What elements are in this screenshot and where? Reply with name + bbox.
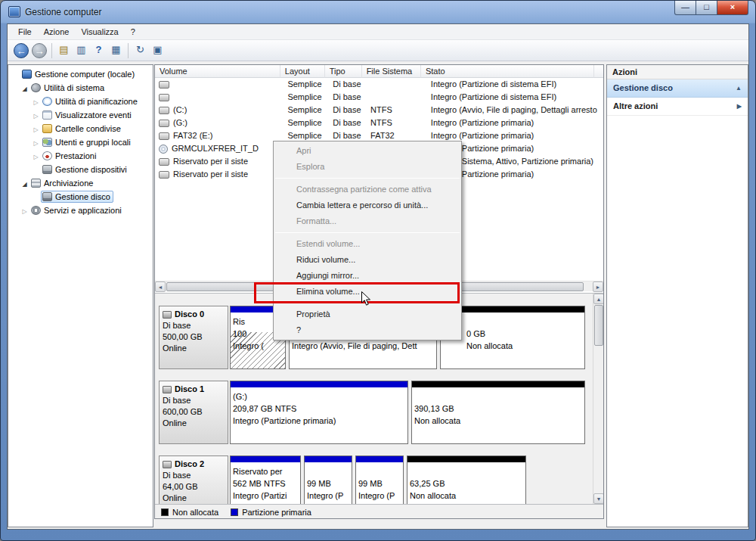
export-list-button[interactable]: ▥ [73, 42, 90, 59]
disk-label-0[interactable]: Disco 0Di base500,00 GBOnline [159, 306, 228, 369]
minimize-button[interactable]: — [674, 1, 696, 15]
event-viewer-icon [42, 110, 52, 120]
actions-list: Gestione disco▲Altre azioni▶ [607, 79, 748, 116]
disk-view-button[interactable]: ▣ [149, 42, 166, 59]
scroll-down-arrow-icon[interactable]: ▼ [593, 493, 603, 504]
volume-name: (C:) [173, 104, 187, 117]
tree-item-body: Archiviazione [29, 177, 96, 189]
close-button[interactable]: × [717, 1, 748, 15]
collapsed-arrow-icon[interactable]: ▷ [31, 123, 41, 135]
collapsed-arrow-icon[interactable]: ▷ [20, 205, 29, 217]
menu-help[interactable]: ? [125, 24, 141, 40]
expanded-arrow-icon[interactable]: ◢ [20, 82, 29, 95]
menu-file[interactable]: File [12, 24, 38, 40]
tree-item-cartelle-condivise[interactable]: ▷Cartelle condivise [8, 122, 153, 135]
partitions-strip: Riservato per562 MB NTFSIntegro (Partizi… [230, 455, 526, 504]
collapsed-arrow-icon[interactable]: ▷ [31, 110, 41, 122]
disk-info-line: 64,00 GB [163, 481, 225, 493]
disk-label-2[interactable]: Disco 2Di base64,00 GBOnline [159, 455, 228, 504]
tree-item-gestione-computer-locale[interactable]: ▷Gestione computer (locale) [8, 67, 153, 81]
partition-1-1[interactable]: 390,13 GBNon allocata [411, 381, 585, 444]
context-menu-item-aggiungi-mirror[interactable]: Aggiungi mirror... [274, 268, 461, 284]
disk-icon [159, 107, 169, 114]
column-header-stato[interactable]: Stato [421, 65, 594, 78]
tree-item-gestione-disco[interactable]: ▷Gestione disco [8, 190, 153, 204]
maximize-button[interactable]: □ [696, 1, 717, 15]
tree-item-visualizzatore-eventi[interactable]: ▷Visualizzatore eventi [8, 108, 153, 122]
partition-2-1[interactable]: 99 MBIntegro (P [304, 455, 352, 504]
help-button[interactable]: ? [90, 42, 107, 59]
tree-item-body: Utenti e gruppi locali [41, 136, 134, 148]
disk-info-line: 500,00 GB [163, 331, 225, 343]
collapsed-arrow-icon[interactable]: ▷ [31, 96, 41, 108]
partition-color-band [441, 306, 584, 312]
menu-visualizza[interactable]: Visualizza [75, 24, 124, 40]
column-header-file-sistema[interactable]: File Sistema [362, 65, 421, 78]
forward-button[interactable]: → [32, 43, 47, 58]
partition-2-2[interactable]: 99 MBIntegro (P [355, 455, 404, 504]
menu-azione[interactable]: Azione [38, 24, 76, 40]
scroll-right-arrow-icon[interactable]: ► [593, 281, 603, 292]
disk-row-2: Disco 2Di base64,00 GBOnlineRiservato pe… [159, 455, 526, 504]
volume-row[interactable]: (G:)SempliceDi baseNTFSIntegro (Partizio… [155, 117, 603, 129]
context-menu-item-riduci-volume[interactable]: Riduci volume... [274, 252, 461, 268]
volume-cell-name [155, 91, 283, 104]
action-section-gestione-disco[interactable]: Gestione disco▲ [607, 79, 748, 98]
partition-text: 209,87 GB NTFS [231, 403, 407, 415]
chevron-right-icon[interactable]: ▶ [737, 98, 742, 115]
legend-color-swatch [231, 508, 238, 516]
context-menu-item-proprieta[interactable]: Proprietà [274, 306, 461, 322]
partition-1-0[interactable]: (G:)209,87 GB NTFSIntegro (Partizione pr… [230, 381, 408, 444]
partition-text: Non allocata [441, 340, 584, 352]
partition-2-0[interactable]: Riservato per562 MB NTFSIntegro (Partizi [230, 455, 301, 504]
disk-label-1[interactable]: Disco 1Di base600,00 GBOnline [159, 381, 228, 444]
system-tools-icon [31, 83, 41, 92]
volume-cell-name [155, 78, 283, 91]
expanded-arrow-icon[interactable]: ◢ [20, 178, 29, 190]
context-menu-item-estendi-volume: Estendi volume... [274, 236, 461, 252]
actions-panel-title: Azioni [607, 65, 748, 79]
volume-row[interactable]: SempliceDi baseIntegro (Partizione di si… [155, 78, 603, 91]
show-action-pane-button[interactable]: ▦ [107, 42, 125, 59]
partition-2-3[interactable]: 63,25 GBNon allocata [407, 455, 526, 504]
partition-body: (G:)209,87 GB NTFSIntegro (Partizione pr… [231, 387, 407, 443]
tree-item-gestione-dispositivi[interactable]: ▷Gestione dispositivi [8, 163, 153, 176]
scroll-left-arrow-icon[interactable]: ◄ [155, 281, 166, 292]
vertical-scrollbar[interactable]: ▲ ▼ [593, 294, 603, 504]
disk-management-icon [42, 192, 52, 201]
partition-text: Riservato per [231, 465, 300, 477]
volume-cell-fs: NTFS [366, 117, 426, 129]
disk-info-line: 600,00 GB [163, 406, 225, 418]
action-section-altre-azioni[interactable]: Altre azioni▶ [607, 98, 748, 116]
tree-item-body: Visualizzatore eventi [41, 109, 135, 121]
column-header-tipo[interactable]: Tipo [325, 65, 362, 78]
collapsed-arrow-icon[interactable]: ▷ [31, 137, 41, 149]
tree-item-servizi-e-applicazioni[interactable]: ▷Servizi e applicazioni [8, 204, 153, 217]
column-header-volume[interactable]: Volume [155, 65, 280, 78]
tree-item-body: Cartelle condivise [41, 123, 124, 135]
show-console-tree-button[interactable]: ▤ [55, 42, 73, 59]
volume-name: GRMCULXFRER_IT_D [172, 142, 259, 155]
context-menu-item-cambia-lettera-e-percorso-di-unita[interactable]: Cambia lettera e percorso di unità... [274, 197, 461, 213]
tree-item-archiviazione[interactable]: ◢Archiviazione [8, 176, 153, 190]
disk-info-line: Online [163, 418, 225, 429]
vertical-scroll-thumb[interactable] [594, 305, 603, 346]
column-header-layout[interactable]: Layout [280, 65, 325, 78]
volume-cell-layout: Semplice [283, 78, 328, 91]
scroll-up-arrow-icon[interactable]: ▲ [593, 294, 603, 304]
tree-item-utenti-e-gruppi-locali[interactable]: ▷Utenti e gruppi locali [8, 135, 153, 149]
volume-row[interactable]: SempliceDi baseIntegro (Partizione di si… [155, 91, 603, 104]
volume-cell-fs [366, 91, 426, 104]
tree-item-utilita-di-pianificazione[interactable]: ▷Utilità di pianificazione [8, 95, 153, 108]
partition-text: 99 MB [305, 477, 352, 490]
chevron-up-icon[interactable]: ▲ [736, 79, 742, 97]
collapsed-arrow-icon[interactable]: ▷ [31, 151, 41, 163]
refresh-button[interactable]: ↻ [132, 42, 149, 59]
tree-item-utilita-di-sistema[interactable]: ◢Utilità di sistema [8, 81, 153, 95]
action-label: Gestione disco [613, 79, 673, 97]
tree-item-prestazioni[interactable]: ▷Prestazioni [8, 149, 153, 163]
volume-row[interactable]: (C:)SempliceDi baseNTFSIntegro (Avvio, F… [155, 104, 603, 117]
back-button[interactable]: ← [14, 43, 29, 58]
titlebar[interactable]: Gestione computer —□× [1, 1, 755, 23]
context-menu-item-help[interactable]: ? [274, 322, 461, 338]
